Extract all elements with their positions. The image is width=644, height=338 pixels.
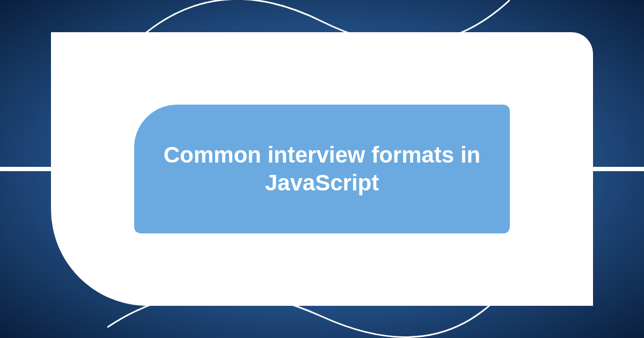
card-title: Common interview formats in JavaScript <box>156 141 488 197</box>
inner-blue-panel: Common interview formats in JavaScript <box>134 105 510 233</box>
